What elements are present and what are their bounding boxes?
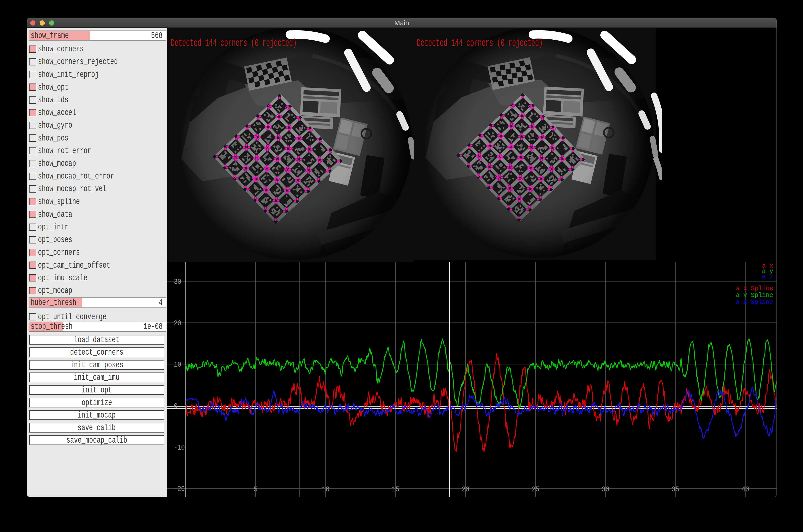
svg-text:a z: a z: [762, 273, 773, 280]
svg-text:-10: -10: [174, 443, 185, 452]
svg-text:10: 10: [174, 360, 181, 369]
svg-text:Detected 144 corners (0 reject: Detected 144 corners (0 rejected): [171, 37, 297, 49]
svg-text:5: 5: [254, 485, 257, 494]
svg-text:a z Spline: a z Spline: [736, 298, 773, 306]
svg-text:20: 20: [462, 485, 469, 494]
svg-text:30: 30: [174, 278, 181, 286]
svg-text:15: 15: [392, 485, 399, 494]
svg-text:Detected 144 corners (0 reject: Detected 144 corners (0 rejected): [417, 37, 543, 49]
svg-text:40: 40: [742, 485, 749, 494]
svg-text:a y Spline: a y Spline: [736, 291, 773, 299]
svg-text:20: 20: [174, 319, 181, 328]
svg-text:-20: -20: [174, 484, 185, 493]
svg-text:a x Spline: a x Spline: [736, 285, 773, 292]
svg-text:25: 25: [532, 485, 539, 494]
svg-text:10: 10: [322, 485, 329, 494]
svg-text:35: 35: [672, 485, 679, 494]
svg-text:0: 0: [174, 402, 177, 411]
svg-text:30: 30: [602, 485, 609, 494]
